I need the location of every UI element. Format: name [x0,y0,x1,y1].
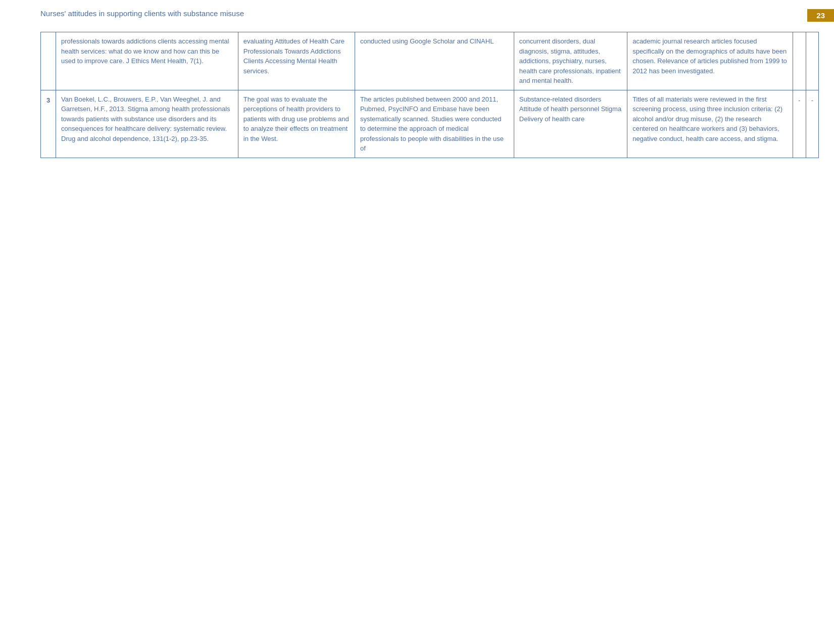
cell-row1-col3: conducted using Google Scholar and CINAH… [355,32,514,90]
main-table: professionals towards addictions clients… [40,32,819,158]
cell-row1-col7 [806,32,818,90]
row-number-3: 3 [41,90,56,158]
cell-row2-col6: - [793,90,806,158]
cell-row1-col2: evaluating Attitudes of Health Care Prof… [238,32,355,90]
title: Nurses' attitudes in supporting clients … [40,9,244,18]
row-number-empty [41,32,56,90]
table-row: professionals towards addictions clients… [41,32,819,90]
table-wrapper: professionals towards addictions clients… [40,32,819,158]
cell-row1-col5: academic journal research articles focus… [627,32,793,90]
page-header: Nurses' attitudes in supporting clients … [0,0,834,23]
cell-row2-col1: Van Boekel, L.C., Brouwers, E.P., Van We… [56,90,238,158]
cell-row2-col2: The goal was to evaluate the perceptions… [238,90,355,158]
cell-row2-col3: The articles published between 2000 and … [355,90,514,158]
cell-row2-col7: - [806,90,818,158]
cell-row1-col6 [793,32,806,90]
table-row: 3 Van Boekel, L.C., Brouwers, E.P., Van … [41,90,819,158]
page-number-badge: 23 [807,9,834,22]
cell-row2-col5: Titles of all materials were reviewed in… [627,90,793,158]
cell-row2-col4: Substance-related disorders Attitude of … [514,90,627,158]
cell-row1-col1: professionals towards addictions clients… [56,32,238,90]
cell-row1-col4: concurrent disorders, dual diagnosis, st… [514,32,627,90]
